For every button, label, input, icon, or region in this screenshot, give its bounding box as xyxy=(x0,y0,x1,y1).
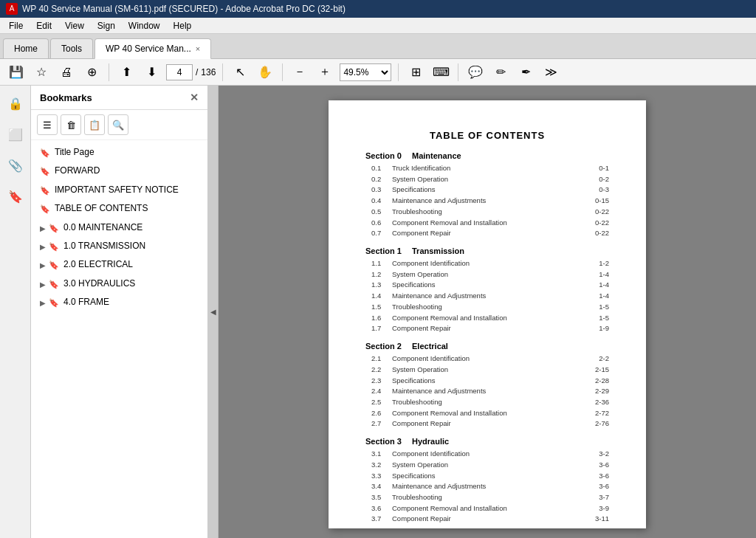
toc-row-desc: Maintenance and Adjustments xyxy=(392,291,587,302)
keyboard-button[interactable]: ⌨ xyxy=(430,62,451,83)
bookmark-button[interactable]: ☆ xyxy=(31,62,52,83)
toc-row-page: 3-7 xyxy=(587,492,609,503)
toc-row-num: 3.6 xyxy=(371,503,392,514)
sign-button[interactable]: ✒ xyxy=(515,62,536,83)
toc-row-page: 0-3 xyxy=(587,184,609,196)
zoom-fit-button[interactable]: ⊕ xyxy=(81,62,102,83)
tab-tools-label: Tools xyxy=(61,44,82,54)
bookmark-label: 0.0 MAINTENANCE xyxy=(63,221,202,234)
toc-row-page: 3-11 xyxy=(587,514,609,525)
bookmark-forward[interactable]: 🔖 FORWARD xyxy=(31,162,207,180)
next-page-button[interactable]: ⬇ xyxy=(141,62,162,83)
toc-row-desc: Troubleshooting xyxy=(392,302,587,313)
menu-sign[interactable]: Sign xyxy=(92,19,121,32)
sidebar-delete-button[interactable]: 🗑 xyxy=(61,114,81,135)
toc-row-num: 1.1 xyxy=(371,258,392,269)
print-button[interactable]: 🖨 xyxy=(56,62,77,83)
toc-row-desc: Component Repair xyxy=(392,514,587,525)
sidebar-close-button[interactable]: ✕ xyxy=(190,92,199,103)
toc-row-desc: Maintenance and Adjustments xyxy=(392,196,587,207)
bookmark-safety[interactable]: 🔖 IMPORTANT SAFETY NOTICE xyxy=(31,181,207,199)
toc-row-page: 2-76 xyxy=(587,418,609,430)
zoom-out-button[interactable]: － xyxy=(289,62,310,83)
bookmark-s2[interactable]: ▶ 🔖 2.0 ELECTRICAL xyxy=(31,255,207,274)
toc-row: 3.3Specifications3-6 xyxy=(365,471,609,482)
zoom-in-button[interactable]: ＋ xyxy=(315,62,335,83)
toc-row-desc: Specifications xyxy=(392,280,587,291)
toc-row-num: 3.2 xyxy=(371,460,392,471)
toc-row-num: 3.3 xyxy=(371,471,392,482)
title-bar: A WP 40 Service Manual (SM-611).pdf (SEC… xyxy=(0,0,756,18)
toc-row: 3.6Component Removal and Installation3-9 xyxy=(365,503,609,514)
toc-row-num: 0.1 xyxy=(371,163,392,174)
bookmark-icon: 🔖 xyxy=(49,223,59,234)
toc-row-page: 1-2 xyxy=(587,258,609,269)
menu-view[interactable]: View xyxy=(59,19,90,32)
sidebar-toolbar: ☰ 🗑 📋 🔍 xyxy=(31,110,207,140)
sidebar-collapse-handle[interactable]: ◀ xyxy=(208,86,219,538)
bookmark-s3[interactable]: ▶ 🔖 3.0 HYDRAULICS xyxy=(31,275,207,293)
expand-arrow-s4[interactable]: ▶ xyxy=(40,298,46,308)
expand-arrow-s3[interactable]: ▶ xyxy=(40,280,46,290)
toc-row-num: 0.4 xyxy=(371,196,392,207)
pdf-page: TABLE OF CONTENTS Section 0Maintenance0.… xyxy=(329,100,646,528)
expand-arrow-s2[interactable]: ▶ xyxy=(40,261,46,271)
expand-arrow-s0[interactable]: ▶ xyxy=(40,224,46,234)
toc-section-num: Section 2 xyxy=(365,342,406,351)
bookmark-title-page[interactable]: 🔖 Title Page xyxy=(31,143,207,162)
tools-grid-button[interactable]: ⊞ xyxy=(405,62,426,83)
attachments-icon-button[interactable]: 📎 xyxy=(4,154,27,177)
prev-page-button[interactable]: ⬆ xyxy=(116,62,137,83)
toc-row-page: 2-29 xyxy=(587,386,609,397)
menu-file[interactable]: File xyxy=(3,19,29,32)
sidebar-menu-button[interactable]: ☰ xyxy=(37,114,58,135)
bookmark-label: FORWARD xyxy=(55,165,202,177)
toc-row: 1.1Component Identification1-2 xyxy=(365,258,609,269)
bookmark-label: 1.0 TRANSMISSION xyxy=(63,240,202,252)
tab-home[interactable]: Home xyxy=(3,38,49,58)
expand-arrow-s1[interactable]: ▶ xyxy=(40,242,46,252)
tab-tools[interactable]: Tools xyxy=(50,38,93,58)
zoom-select[interactable]: 49.5% 25% 50% 75% 100% xyxy=(340,63,391,81)
toc-row: 1.6Component Removal and Installation1-5 xyxy=(365,313,609,324)
bookmark-icon: 🔖 xyxy=(49,241,59,252)
toc-row: 0.3Specifications0-3 xyxy=(365,184,609,196)
page-number-input[interactable] xyxy=(166,64,193,80)
toc-row-num: 2.1 xyxy=(371,354,392,365)
comment-button[interactable]: 💬 xyxy=(465,62,486,83)
bookmark-s4[interactable]: ▶ 🔖 4.0 FRAME xyxy=(31,293,207,311)
toc-section-header: Section 0Maintenance xyxy=(365,151,609,160)
toc-row-page: 1-4 xyxy=(587,269,609,280)
page-nav: / 136 xyxy=(166,64,216,80)
more-tools-button[interactable]: ≫ xyxy=(540,62,561,83)
bookmarks-list: 🔖 Title Page 🔖 FORWARD 🔖 IMPORTANT SAFET… xyxy=(31,140,207,538)
toc-section-name: Transmission xyxy=(412,246,609,255)
cursor-tool-button[interactable]: ↖ xyxy=(230,62,250,83)
menu-help[interactable]: Help xyxy=(168,19,198,32)
toc-row-desc: Troubleshooting xyxy=(392,492,587,503)
sidebar-copy-button[interactable]: 📋 xyxy=(84,114,105,135)
highlight-button[interactable]: ✏ xyxy=(490,62,511,83)
toc-row-desc: Specifications xyxy=(392,184,587,196)
separator-4 xyxy=(398,63,399,81)
menu-edit[interactable]: Edit xyxy=(30,19,58,32)
toc-row-page: 1-9 xyxy=(587,323,609,334)
toc-row-page: 0-22 xyxy=(587,218,609,229)
lock-icon-button[interactable]: 🔒 xyxy=(4,92,27,115)
menu-window[interactable]: Window xyxy=(123,19,166,32)
pdf-viewer[interactable]: TABLE OF CONTENTS Section 0Maintenance0.… xyxy=(219,86,756,538)
bookmarks-icon-button[interactable]: 🔖 xyxy=(4,184,27,208)
pages-icon-button[interactable]: ⬜ xyxy=(4,123,27,146)
sidebar-header: Bookmarks ✕ xyxy=(31,86,207,110)
bookmark-s0[interactable]: ▶ 🔖 0.0 MAINTENANCE xyxy=(31,218,207,237)
toc-row-num: 3.1 xyxy=(371,449,392,460)
bookmark-toc[interactable]: 🔖 TABLE OF CONTENTS xyxy=(31,199,207,218)
tab-document[interactable]: WP 40 Service Man... × xyxy=(94,38,211,59)
sidebar-view-button[interactable]: 🔍 xyxy=(108,114,128,135)
save-button[interactable]: 💾 xyxy=(6,62,27,83)
bookmark-s1[interactable]: ▶ 🔖 1.0 TRANSMISSION xyxy=(31,237,207,255)
toc-row-num: 1.3 xyxy=(371,280,392,291)
toc-row-num: 1.7 xyxy=(371,323,392,334)
tab-close-button[interactable]: × xyxy=(196,44,200,53)
hand-tool-button[interactable]: ✋ xyxy=(255,62,275,83)
